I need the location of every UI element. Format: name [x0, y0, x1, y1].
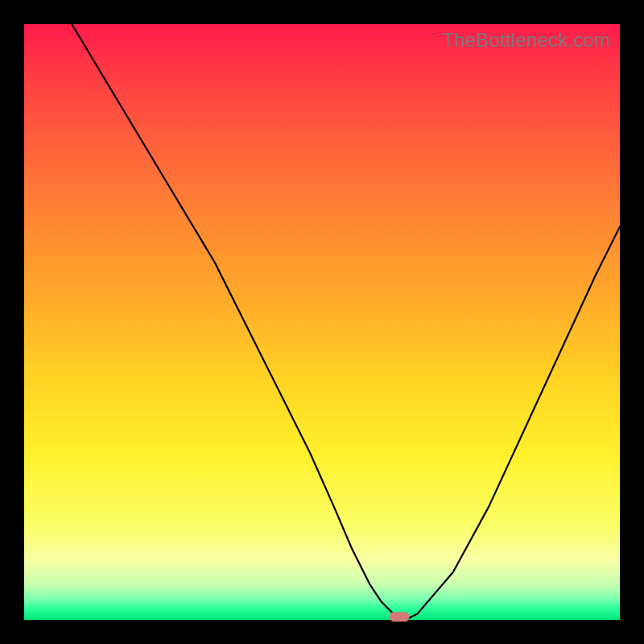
- optimal-marker: [390, 612, 409, 621]
- chart-frame: TheBottleneck.com: [0, 0, 644, 644]
- curve-path: [72, 24, 620, 620]
- bottleneck-curve: [24, 24, 620, 620]
- plot-area: TheBottleneck.com: [24, 24, 620, 620]
